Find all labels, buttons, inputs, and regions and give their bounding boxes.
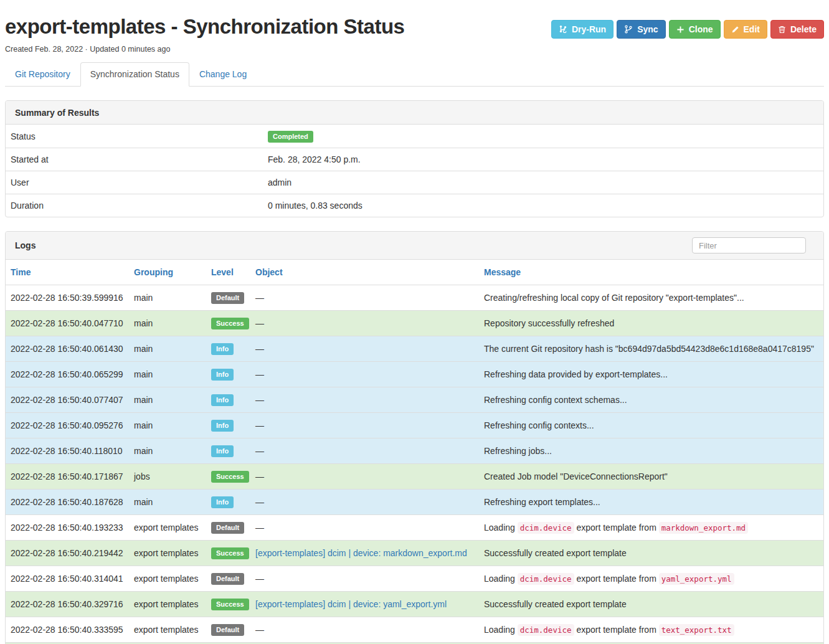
log-message-cell: Refreshing config contexts... xyxy=(479,413,823,438)
log-message-cell: Successfully created export template xyxy=(479,541,823,566)
message-text: The current Git repository hash is "bc69… xyxy=(484,344,814,354)
log-object-cell: — xyxy=(250,387,479,413)
sort-message-link[interactable]: Message xyxy=(484,267,521,277)
log-message-cell: The current Git repository hash is "bc69… xyxy=(479,336,823,362)
message-text: Loading xyxy=(484,523,518,533)
level-badge-success: Success xyxy=(211,471,249,483)
log-message-cell: Refreshing data provided by export-templ… xyxy=(479,362,823,387)
level-badge-success: Success xyxy=(211,547,249,559)
log-object-cell: [export-templates] dcim | device: yaml_e… xyxy=(250,592,479,617)
log-row: 2022-02-28 16:50:40.193233export templat… xyxy=(6,515,823,541)
log-message-cell: Repository successfully refreshed xyxy=(479,311,823,336)
logs-panel-heading: Logs xyxy=(6,232,823,260)
log-grouping-cell: main xyxy=(129,362,206,387)
logs-table: Time Grouping Level Object Message 2022-… xyxy=(6,260,823,644)
summary-value: Feb. 28, 2022 4:50 p.m. xyxy=(263,148,823,171)
log-object-cell: — xyxy=(250,566,479,592)
sort-object-link[interactable]: Object xyxy=(255,267,283,277)
tab-git-repository[interactable]: Git Repository xyxy=(5,62,80,87)
log-grouping-cell: main xyxy=(129,438,206,464)
summary-panel-heading: Summary of Results xyxy=(6,101,823,125)
status-badge: Completed xyxy=(268,131,313,143)
tab-bar: Git Repository Synchronization Status Ch… xyxy=(5,62,824,87)
sort-time-link[interactable]: Time xyxy=(11,267,31,277)
summary-heading-label: Summary of Results xyxy=(15,108,99,118)
code-chip: text_export.txt xyxy=(659,624,734,636)
log-object-cell: — xyxy=(250,438,479,464)
tab-synchronization-status[interactable]: Synchronization Status xyxy=(80,62,189,87)
log-object-link[interactable]: [export-templates] dcim | device: yaml_e… xyxy=(255,599,447,609)
log-time-cell: 2022-02-28 16:50:40.118010 xyxy=(6,438,129,464)
level-badge-default: Default xyxy=(211,292,244,304)
log-message-cell: Loading dcim.device export template from… xyxy=(479,515,823,541)
log-time-cell: 2022-02-28 16:50:40.047710 xyxy=(6,311,129,336)
level-badge-info: Info xyxy=(211,394,234,406)
edit-button[interactable]: Edit xyxy=(724,20,767,39)
log-object-link[interactable]: [export-templates] dcim | device: markdo… xyxy=(255,548,467,558)
log-time-cell: 2022-02-28 16:50:40.187628 xyxy=(6,490,129,515)
log-level-cell: Info xyxy=(206,413,250,438)
message-text: Refreshing jobs... xyxy=(484,446,552,456)
message-text: Creating/refreshing local copy of Git re… xyxy=(484,293,744,303)
level-badge-info: Info xyxy=(211,496,234,508)
log-row: 2022-02-28 16:50:40.095276mainInfo—Refre… xyxy=(6,413,823,438)
logs-header-row: Time Grouping Level Object Message xyxy=(6,260,823,285)
log-message-cell: Refreshing export templates... xyxy=(479,490,823,515)
log-time-cell: 2022-02-28 16:50:40.065299 xyxy=(6,362,129,387)
level-badge-default: Default xyxy=(211,624,244,636)
log-object-cell: — xyxy=(250,490,479,515)
log-object-cell: — xyxy=(250,285,479,311)
level-badge-info: Info xyxy=(211,369,234,381)
log-time-cell: 2022-02-28 16:50:40.329716 xyxy=(6,592,129,617)
log-row: 2022-02-28 16:50:40.171867jobsSuccess—Cr… xyxy=(6,464,823,490)
tab-change-log[interactable]: Change Log xyxy=(189,62,257,87)
log-grouping-cell: main xyxy=(129,387,206,413)
log-time-cell: 2022-02-28 16:50:40.314041 xyxy=(6,566,129,592)
log-message-cell: Refreshing config context schemas... xyxy=(479,387,823,413)
log-time-cell: 2022-02-28 16:50:40.171867 xyxy=(6,464,129,490)
logs-table-body: 2022-02-28 16:50:39.599916mainDefault—Cr… xyxy=(6,285,823,644)
log-level-cell: Success xyxy=(206,464,250,490)
log-row: 2022-02-28 16:50:40.047710mainSuccess—Re… xyxy=(6,311,823,336)
summary-label: User xyxy=(6,171,263,194)
level-badge-default: Default xyxy=(211,522,244,534)
branch-dry-run-icon xyxy=(559,25,567,34)
log-time-cell: 2022-02-28 16:50:40.077407 xyxy=(6,387,129,413)
code-chip: dcim.device xyxy=(518,522,574,534)
message-text: Refreshing export templates... xyxy=(484,497,600,507)
sort-grouping-link[interactable]: Grouping xyxy=(134,267,173,277)
trash-icon xyxy=(778,26,786,34)
message-text: export template from xyxy=(574,523,659,533)
message-text: export template from xyxy=(574,574,659,584)
delete-button[interactable]: Delete xyxy=(770,20,824,39)
level-badge-info: Info xyxy=(211,343,234,355)
clone-button[interactable]: Clone xyxy=(669,20,721,39)
log-row: 2022-02-28 16:50:40.187628mainInfo—Refre… xyxy=(6,490,823,515)
log-row: 2022-02-28 16:50:40.077407mainInfo—Refre… xyxy=(6,387,823,413)
branch-sync-icon xyxy=(624,25,633,34)
sort-level-link[interactable]: Level xyxy=(211,267,234,277)
summary-row-status: Status Completed xyxy=(6,125,823,148)
logs-heading-label: Logs xyxy=(15,240,36,250)
log-grouping-cell: jobs xyxy=(129,464,206,490)
logs-filter-input[interactable] xyxy=(692,237,806,253)
log-message-cell: Loading dcim.device export template from… xyxy=(479,617,823,643)
log-level-cell: Info xyxy=(206,490,250,515)
log-time-cell: 2022-02-28 16:50:40.333595 xyxy=(6,617,129,643)
sync-label: Sync xyxy=(637,24,658,34)
level-badge-success: Success xyxy=(211,318,249,329)
summary-value: 0 minutes, 0.83 seconds xyxy=(263,194,823,217)
log-level-cell: Info xyxy=(206,387,250,413)
level-badge-success: Success xyxy=(211,599,249,610)
log-time-cell: 2022-02-28 16:50:39.599916 xyxy=(6,285,129,311)
log-row: 2022-02-28 16:50:40.333595export templat… xyxy=(6,617,823,643)
pencil-icon xyxy=(731,26,739,34)
dry-run-button[interactable]: Dry-Run xyxy=(551,20,613,39)
level-badge-default: Default xyxy=(211,573,244,585)
page-container: Dry-Run Sync Clone xyxy=(0,15,829,644)
log-time-cell: 2022-02-28 16:50:40.219442 xyxy=(6,541,129,566)
plus-icon xyxy=(676,26,685,34)
sync-button[interactable]: Sync xyxy=(617,20,665,39)
message-text: Refreshing config contexts... xyxy=(484,420,594,430)
code-chip: dcim.device xyxy=(518,624,574,636)
